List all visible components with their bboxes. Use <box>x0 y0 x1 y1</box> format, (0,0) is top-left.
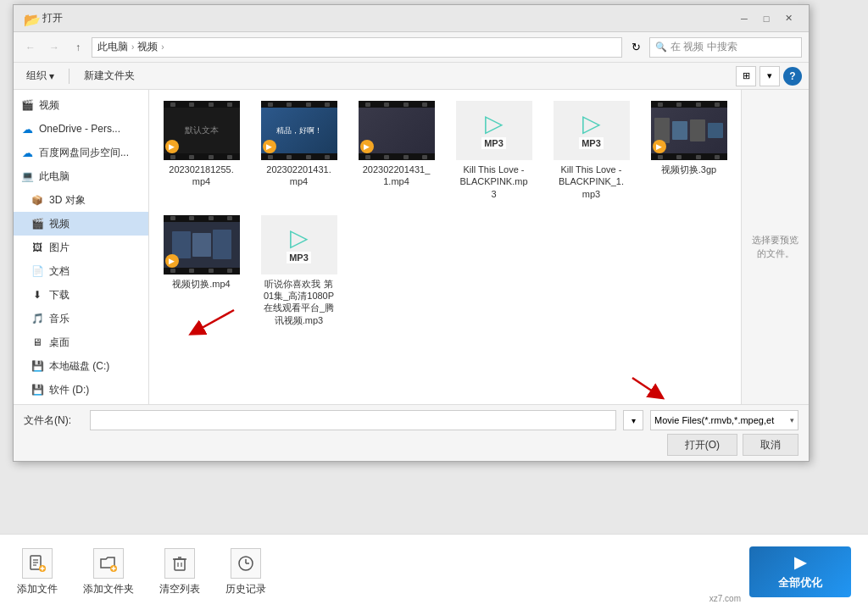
file-item-3[interactable]: ▶ 202302201431_1.mp4 <box>351 97 442 204</box>
brand-text: xz7.com <box>709 594 741 603</box>
filetype-arrow-icon: ▾ <box>790 416 794 424</box>
timeline-bar <box>690 119 705 141</box>
film-strip-top-6 <box>651 101 727 108</box>
film-hole <box>189 216 194 220</box>
sidebar-item-3d[interactable]: 📦 3D 对象 <box>14 188 148 212</box>
film-hole <box>325 103 330 107</box>
sidebar-item-pictures[interactable]: 🖼 图片 <box>14 236 148 259</box>
open-button[interactable]: 打开(O) <box>667 434 737 456</box>
sidebar-item-onedrive[interactable]: ☁ OneDrive - Pers... <box>14 117 148 141</box>
filename-input[interactable] <box>90 410 616 430</box>
sidebar-item-localc[interactable]: 💾 本地磁盘 (C:) <box>14 354 148 378</box>
refresh-button[interactable]: ↻ <box>626 37 646 58</box>
app-toolbar: 添加文件 添加文件夹 <box>0 534 868 610</box>
new-folder-label: 新建文件夹 <box>84 69 135 83</box>
sidebar-item-softd[interactable]: 💾 软件 (D:) <box>14 378 148 402</box>
thumb-badge-2: ▶ <box>263 140 276 153</box>
badge-icon-3: ▶ <box>364 142 370 151</box>
sidebar-item-videos[interactable]: 🎬 视频 <box>14 93 148 117</box>
new-folder-button[interactable]: 新建文件夹 <box>78 66 141 86</box>
file-item-4[interactable]: ▷ MP3 Kill This Love -BLACKPINK.mp3 <box>448 97 539 204</box>
optimize-button[interactable]: ▶ 全部优化 <box>749 546 851 597</box>
film-hole <box>170 103 175 107</box>
back-button[interactable]: ← <box>20 37 41 58</box>
view-button[interactable]: ⊞ <box>736 66 756 86</box>
thumb-text-2: 精品，好啊！ <box>275 124 324 138</box>
film-hole <box>715 103 720 107</box>
address-computer: 此电脑 <box>97 40 128 54</box>
film-hole <box>403 103 409 107</box>
search-icon: 🔍 <box>655 42 667 53</box>
badge-icon-2: ▶ <box>266 142 272 151</box>
search-bar[interactable]: 🔍 在 视频 中搜索 <box>649 37 802 58</box>
film-hole <box>268 103 273 107</box>
add-folder-button[interactable]: 添加文件夹 <box>83 548 134 596</box>
file-item-8[interactable]: ▷ MP3 听说你喜欢我 第01集_高清1080P在线观看平台_腾讯视频.mp3 <box>253 211 344 330</box>
add-folder-label: 添加文件夹 <box>83 582 134 596</box>
nav-bar: ← → ↑ 此电脑 › 视频 › ↻ 🔍 在 视频 中搜索 <box>14 32 809 63</box>
view-button-2[interactable]: ▾ <box>760 66 780 86</box>
add-folder-icon <box>93 548 124 579</box>
sidebar-item-downloads[interactable]: ⬇ 下载 <box>14 283 148 307</box>
film-hole <box>287 155 292 159</box>
thumb-mp3-8: ▷ MP3 <box>261 215 337 274</box>
sidebar-videos-label: 视频 <box>39 98 59 113</box>
pictures-icon: 🖼 <box>31 241 44 254</box>
sidebar-item-documents[interactable]: 📄 文档 <box>14 259 148 283</box>
film-hole <box>189 103 194 107</box>
thumb-badge-3: ▶ <box>360 140 374 153</box>
mp3-label-5: MP3 <box>579 137 604 149</box>
file-item-2[interactable]: 精品，好啊！ ▶ <box>253 97 344 204</box>
filetype-select[interactable]: Movie Files(*.rmvb,*.mpeg,et ▾ <box>650 410 798 430</box>
file-thumbnail-6: ▶ <box>651 101 727 160</box>
history-icon <box>231 548 261 579</box>
film-strip-bottom-6 <box>651 153 727 160</box>
toolbar-right: ⊞ ▾ ? <box>736 66 802 86</box>
desktop: 📂 打开 ─ □ ✕ ← → ↑ 此电脑 › 视频 › ↻ 🔍 在 视频 <box>0 0 868 610</box>
dialog-icon: 📂 <box>24 12 37 25</box>
film-strip-top-2 <box>261 101 337 108</box>
file-item-5[interactable]: ▷ MP3 Kill This Love -BLACKPINK_1.mp3 <box>546 97 637 204</box>
add-file-button[interactable]: 添加文件 <box>17 548 58 596</box>
forward-button[interactable]: → <box>44 37 64 58</box>
sidebar-item-video2[interactable]: 🎬 视频 <box>14 212 148 236</box>
history-button[interactable]: 历史记录 <box>225 548 266 596</box>
address-bar[interactable]: 此电脑 › 视频 › <box>92 37 622 58</box>
sidebar-item-desktop[interactable]: 🖥 桌面 <box>14 330 148 354</box>
file-item-7[interactable]: ▶ 视频切换.mp4 <box>156 211 247 330</box>
baidu-icon: ☁ <box>20 146 34 159</box>
address-sep1: › <box>131 42 134 52</box>
close-button[interactable]: ✕ <box>778 10 798 27</box>
thumb-text-1: 默认文本 <box>183 123 220 138</box>
clear-list-button[interactable]: 清空列表 <box>159 548 200 596</box>
sidebar-item-baidu[interactable]: ☁ 百度网盘同步空间... <box>14 141 148 164</box>
film-strip-bottom-1 <box>164 153 240 160</box>
minimize-button[interactable]: ─ <box>734 10 754 27</box>
film-hole <box>287 103 292 107</box>
sidebar-softd-label: 软件 (D:) <box>49 383 89 397</box>
organize-arrow: ▾ <box>49 70 54 82</box>
dialog-title: 打开 <box>42 11 63 25</box>
organize-button[interactable]: 组织 ▾ <box>20 66 60 86</box>
cancel-button[interactable]: 取消 <box>743 434 798 456</box>
film-hole <box>268 155 273 159</box>
file-grid: 默认文本 ▶ <box>156 97 734 330</box>
sidebar-item-music[interactable]: 🎵 音乐 <box>14 307 148 330</box>
filename-dropdown[interactable]: ▾ <box>623 410 643 430</box>
maximize-button[interactable]: □ <box>756 10 776 27</box>
film-hole <box>325 155 330 159</box>
sidebar-item-thispc[interactable]: 💻 此电脑 <box>14 164 148 188</box>
up-button[interactable]: ↑ <box>68 37 88 58</box>
sidebar-downloads-label: 下载 <box>49 288 70 302</box>
help-button[interactable]: ? <box>783 67 802 86</box>
file-name-7: 视频切换.mp4 <box>172 278 230 290</box>
film-hole <box>209 103 214 107</box>
preview-bar <box>192 233 211 257</box>
file-item-6[interactable]: ▶ 视频切换.3gp <box>643 97 734 204</box>
right-hint-panel: 选择要预览的文件。 <box>741 90 809 404</box>
file-item-1[interactable]: 默认文本 ▶ <box>156 97 247 204</box>
sidebar-video2-label: 视频 <box>49 217 70 231</box>
film-strip-top-1 <box>164 101 240 108</box>
film-hole <box>403 155 409 159</box>
title-bar-left: 📂 打开 <box>24 11 63 25</box>
